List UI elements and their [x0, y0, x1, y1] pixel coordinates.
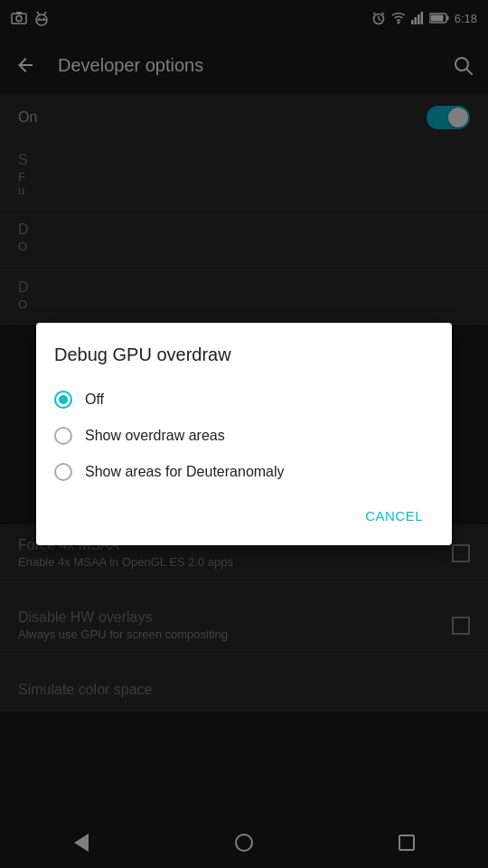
- radio-label-deuteranomaly: Show areas for Deuteranomaly: [85, 464, 285, 480]
- debug-gpu-dialog: Debug GPU overdraw Off Show overdraw are…: [36, 323, 452, 545]
- radio-circle-deuteranomaly: [54, 463, 72, 481]
- radio-option-deuteranomaly[interactable]: Show areas for Deuteranomaly: [54, 454, 434, 490]
- radio-circle-off: [54, 391, 72, 409]
- radio-circle-show-overdraw: [54, 427, 72, 445]
- dialog-actions: CANCEL: [54, 490, 434, 538]
- dialog-overlay: Debug GPU overdraw Off Show overdraw are…: [0, 0, 488, 868]
- radio-option-show-overdraw[interactable]: Show overdraw areas: [54, 418, 434, 454]
- cancel-button[interactable]: CANCEL: [354, 501, 434, 531]
- dialog-title: Debug GPU overdraw: [54, 344, 434, 365]
- radio-label-show-overdraw: Show overdraw areas: [85, 428, 225, 444]
- radio-option-off[interactable]: Off: [54, 382, 434, 418]
- radio-label-off: Off: [85, 392, 104, 408]
